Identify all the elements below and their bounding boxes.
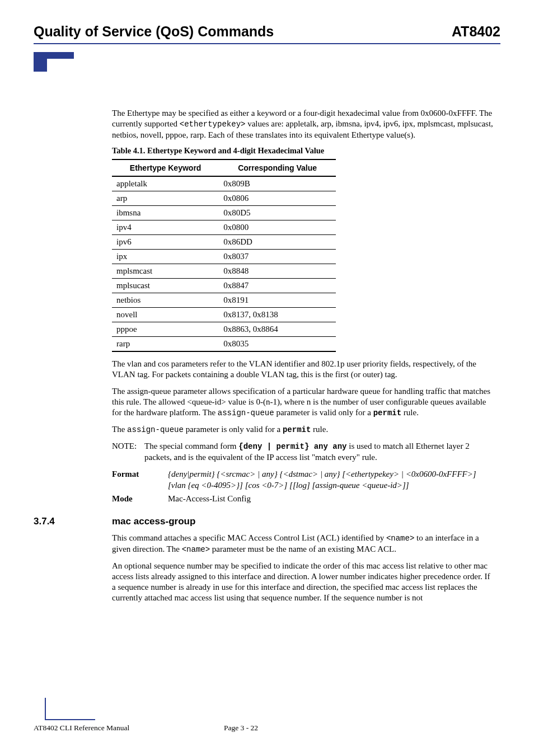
mac-access-group-p1: This command attaches a specific MAC Acc… — [112, 533, 495, 555]
format-body: {deny|permit} {<srcmac> | any} {<dstmac>… — [168, 468, 495, 491]
table-row: arp0x0806 — [112, 191, 336, 206]
cell-value: 0x8191 — [219, 293, 336, 308]
logo-shape-white — [47, 59, 78, 81]
cell-value: 0x0806 — [219, 191, 336, 206]
vlan-cos-paragraph: The vlan and cos parameters refer to the… — [112, 359, 495, 380]
mode-label: Mode — [112, 493, 168, 504]
mode-row: Mode Mac-Access-List Config — [112, 493, 495, 504]
note-body: The special command form {deny | permit}… — [144, 441, 495, 463]
aq1-text-c: rule. — [401, 408, 419, 417]
aq2-code: assign-queue — [127, 425, 184, 434]
cell-keyword: netbios — [112, 293, 219, 308]
aq2-permit: permit — [283, 425, 311, 434]
cell-value: 0x86DD — [219, 235, 336, 250]
table-caption: Table 4.1. Ethertype Keyword and 4-digit… — [112, 146, 495, 156]
footer-vertical-rule — [45, 698, 46, 720]
cell-value: 0x8847 — [219, 279, 336, 293]
table-row: mplsucast0x8847 — [112, 279, 336, 293]
brand-logo — [34, 52, 95, 86]
table-row: ipx0x8037 — [112, 250, 336, 264]
cell-value: 0x8037 — [219, 250, 336, 264]
table-row: mplsmcast0x8848 — [112, 264, 336, 279]
cell-value: 0x8848 — [219, 264, 336, 279]
cell-keyword: novell — [112, 308, 219, 322]
cell-value: 0x80D5 — [219, 206, 336, 220]
ethertype-table: Ethertype Keyword Corresponding Value ap… — [112, 159, 336, 352]
section-body: This command attaches a specific MAC Acc… — [112, 533, 495, 604]
note-block: NOTE: The special command form {deny | p… — [112, 441, 495, 463]
assign-queue-paragraph-2: The assign-queue parameter is only valid… — [112, 424, 495, 435]
aq2-text-c: rule. — [311, 425, 328, 434]
assign-queue-paragraph-1: The assign-queue parameter allows specif… — [112, 386, 495, 419]
cell-value: 0x8137, 0x8138 — [219, 308, 336, 322]
table-row: ipv40x0800 — [112, 220, 336, 235]
table-header-row: Ethertype Keyword Corresponding Value — [112, 159, 336, 176]
table-row: rarp0x8035 — [112, 337, 336, 352]
mac-access-group-p2: An optional sequence number may be speci… — [112, 561, 495, 604]
cell-keyword: ipv6 — [112, 235, 219, 250]
table-header-value: Corresponding Value — [219, 159, 336, 176]
note-code-anyany: any any — [309, 442, 346, 451]
cell-keyword: ibmsna — [112, 206, 219, 220]
cell-keyword: ipv4 — [112, 220, 219, 235]
cell-keyword: pppoe — [112, 322, 219, 337]
cell-value: 0x0800 — [219, 220, 336, 235]
page-header: Quality of Service (QoS) Commands AT8402 — [34, 24, 500, 43]
cell-keyword: arp — [112, 191, 219, 206]
aq2-text-b: parameter is only valid for a — [184, 425, 283, 434]
header-title-left: Quality of Service (QoS) Commands — [34, 24, 274, 40]
cell-value: 0x809B — [219, 176, 336, 191]
footer-horizontal-rule — [45, 719, 95, 720]
cell-value: 0x8035 — [219, 337, 336, 352]
cell-keyword: rarp — [112, 337, 219, 352]
aq1-permit: permit — [373, 408, 401, 417]
table-row: ibmsna0x80D5 — [112, 206, 336, 220]
footer-page-number: Page 3 - 22 — [224, 724, 258, 732]
section-heading: 3.7.4 mac access-group — [112, 516, 500, 527]
note-code-denypermit: {deny | permit} — [238, 442, 309, 451]
intro-code-ethertypekey: <ethertypekey> — [180, 120, 246, 129]
intro-paragraph: The Ethertype may be specified as either… — [112, 108, 495, 140]
header-rule — [34, 43, 500, 44]
body-column: The Ethertype may be specified as either… — [112, 108, 495, 505]
cell-value: 0x8863, 0x8864 — [219, 322, 336, 337]
footer-manual-title: AT8402 CLI Reference Manual — [34, 724, 224, 732]
format-row: Format {deny|permit} {<srcmac> | any} {<… — [112, 468, 495, 491]
mag-p1-code1: <name> — [386, 534, 414, 543]
format-label: Format — [112, 468, 168, 491]
mag-p1-c: parameter must be the name of an existin… — [210, 544, 396, 553]
table-row: appletalk0x809B — [112, 176, 336, 191]
section-title: mac access-group — [112, 516, 195, 527]
page-footer: AT8402 CLI Reference Manual Page 3 - 22 — [34, 698, 500, 732]
cell-keyword: mplsucast — [112, 279, 219, 293]
table-row: ipv60x86DD — [112, 235, 336, 250]
aq2-text-a: The — [112, 425, 127, 434]
header-title-right: AT8402 — [452, 24, 500, 40]
table-row: novell0x8137, 0x8138 — [112, 308, 336, 322]
aq1-text-b: parameter is valid only for a — [274, 408, 373, 417]
note-label: NOTE: — [112, 441, 144, 463]
cell-keyword: mplsmcast — [112, 264, 219, 279]
mag-p1-a: This command attaches a specific MAC Acc… — [112, 533, 386, 542]
note-text-a: The special command form — [144, 442, 238, 450]
mode-body: Mac-Access-List Config — [168, 493, 495, 504]
table-row: pppoe0x8863, 0x8864 — [112, 322, 336, 337]
footer-corner-mark — [34, 698, 500, 720]
cell-keyword: appletalk — [112, 176, 219, 191]
section-number: 3.7.4 — [34, 516, 112, 527]
cell-keyword: ipx — [112, 250, 219, 264]
aq1-code: assign-queue — [218, 408, 274, 417]
table-header-keyword: Ethertype Keyword — [112, 159, 219, 176]
table-row: netbios0x8191 — [112, 293, 336, 308]
mag-p1-code2: <name> — [182, 545, 210, 554]
